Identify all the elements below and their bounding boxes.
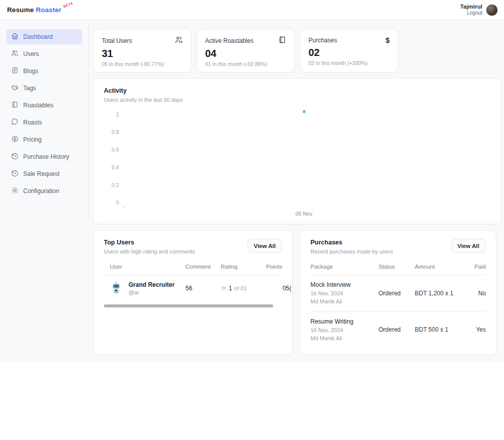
logout-button[interactable]: Logout [460,10,482,17]
top-bar: Resume Roaster BETA Tajmirul Logout [0,0,504,20]
stat-card-active-roastables: Active Roastables 04 01 in this month (-… [197,29,295,73]
purchase-status: Ordered [379,326,415,333]
purchases-table-header: Package Status Amount Paid [310,264,486,275]
rating-of: of 01 [234,285,247,291]
sidebar-item-roastables[interactable]: Roastables [6,98,82,113]
sidebar: Dashboard Users Blogs Tags Roastables Ro… [0,20,89,218]
purchase-amount: BDT 500 x 1 [415,326,469,333]
column-header-package: Package [310,264,379,270]
sidebar-item-purchase-history[interactable]: Purchase History [6,149,82,164]
horizontal-scrollbar[interactable] [104,304,273,307]
avatar[interactable] [486,4,498,16]
rating-value: 1 [229,285,232,292]
main-content: Total Users 31 05 in this month (-80.77%… [89,20,504,355]
purchase-status: Ordered [379,290,415,297]
stat-subtext: 05 in this month (-80.77%) [102,61,183,67]
sidebar-item-sale-request[interactable]: Sale Request [6,166,82,181]
y-axis-tick: 0 [104,200,119,206]
top-users-card: Top Users Users with high rating and com… [93,230,293,355]
sidebar-item-blogs[interactable]: Blogs [6,64,82,79]
pricing-icon [11,135,19,144]
purchases-card: Purchases Recent purchases made by users… [300,230,496,355]
app-logo[interactable]: Resume Roaster BETA [7,6,61,14]
stat-subtext: 01 in this month (-92.86%) [205,61,286,67]
x-axis-origin-tick [123,207,124,209]
table-row[interactable]: Resume Writing 16 Nov, 2024 Md Manik Ali… [310,312,486,348]
table-row[interactable]: Grand Recruiter @ai 56 ☆ 1 of 01 05 ( [104,275,282,300]
top-user-points: 05 [266,285,289,292]
stats-row: Total Users 31 05 in this month (-80.77%… [93,29,501,73]
tags-icon [11,84,19,93]
activity-subtitle: Users activity in the last 30 days [104,97,491,103]
top-user-name: Grand Recruiter [129,281,174,289]
y-axis-tick: 0.8 [104,129,119,135]
book-icon [11,101,19,110]
activity-card: Activity Users activity in the last 30 d… [93,78,501,224]
top-users-title: Top Users [104,239,195,246]
purchases-subtitle: Recent purchases made by users [310,248,393,255]
x-axis-tick: 06 Nov [121,211,487,217]
column-header-status: Status [379,264,415,270]
star-icon: ☆ [221,284,227,292]
stat-card-total-users: Total Users 31 05 in this month (-80.77%… [93,29,192,73]
column-header-comment: Comment [185,264,221,270]
purchase-paid: No [469,290,486,297]
stat-subtext: 02 in this month (+200%) [308,60,390,66]
sidebar-item-users[interactable]: Users [6,46,82,61]
app-body: Dashboard Users Blogs Tags Roastables Ro… [0,20,504,362]
table-row[interactable]: Mock Interview 16 Nov, 2024 Md Manik Ali… [310,275,486,312]
logo-text-roaster: Roaster [36,6,61,14]
y-axis-tick: 0.4 [104,164,119,170]
stat-value: 04 [205,48,286,59]
dollar-icon: $ [386,36,390,45]
history-icon [11,169,19,178]
beta-badge: BETA [63,1,74,8]
sidebar-item-label: Configuration [23,187,59,195]
column-header-user: User [110,264,185,270]
sidebar-item-dashboard[interactable]: Dashboard [6,29,82,44]
purchase-user: Md Manik Ali [310,298,379,305]
column-header-amount: Amount [415,264,469,270]
stat-value: 31 [102,48,183,59]
plot-area [121,114,487,206]
data-point[interactable] [303,110,305,113]
purchase-date: 16 Nov, 2024 [310,290,379,297]
stat-title: Active Roastables [205,37,254,44]
users-icon [11,49,19,58]
purchases-view-all-button[interactable]: View All [451,239,486,253]
purchase-package: Mock Interview [310,281,379,289]
sidebar-item-roasts[interactable]: Roasts [6,115,82,130]
sidebar-item-tags[interactable]: Tags [6,81,82,96]
stat-title: Purchases [308,37,337,44]
column-header-rating: Rating [221,264,266,270]
top-users-table-header: User Comment Rating Points [104,264,282,275]
top-user-comment-count: 56 [185,285,221,292]
stat-title: Total Users [102,37,132,44]
book-icon [278,36,286,46]
y-axis-tick: 1 [104,111,119,117]
stat-value: 02 [308,47,390,58]
purchase-paid: Yes [469,326,486,333]
stats-row-spacer [403,29,501,73]
blog-icon [11,67,19,76]
top-user-rating: ☆ 1 of 01 [221,284,266,292]
robot-avatar [110,282,122,294]
sidebar-item-label: Blogs [23,68,38,75]
y-axis-tick: 0.2 [104,182,119,188]
top-user-handle: @ai [129,289,174,295]
chat-icon [11,118,19,127]
history-icon [11,152,19,161]
column-header-points: Points [266,264,289,270]
sidebar-item-label: Dashboard [23,33,53,40]
activity-chart: 1 0.8 0.6 0.4 0.2 0 06 Nov [104,114,491,221]
y-axis-tick: 0.6 [104,147,119,153]
sidebar-item-pricing[interactable]: Pricing [6,132,82,147]
top-users-view-all-button[interactable]: View All [247,239,282,253]
sidebar-item-configuration[interactable]: Configuration [6,183,82,199]
users-icon [175,36,183,46]
purchases-title: Purchases [310,239,393,246]
column-header-paid: Paid [469,264,486,270]
purchase-date: 16 Nov, 2024 [310,327,379,334]
activity-title: Activity [104,87,491,94]
logo-text-resume: Resume [7,6,34,14]
